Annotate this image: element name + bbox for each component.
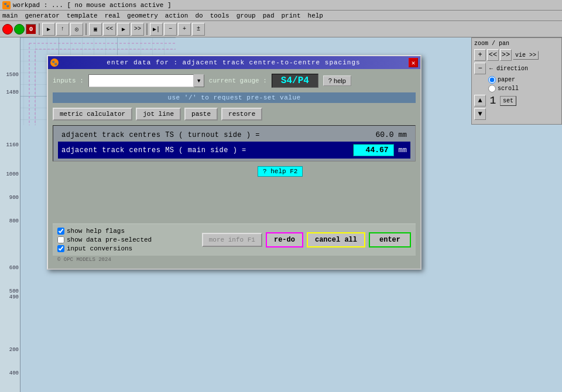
app-title: workpad : ... [ no mouse actions active … xyxy=(13,2,172,9)
ms-label: adjacent track centres MS ( main side ) … xyxy=(61,146,353,154)
plus-btn[interactable]: + xyxy=(178,23,191,36)
menu-template[interactable]: template xyxy=(67,12,98,19)
zoom-minus-btn[interactable]: − xyxy=(474,63,486,74)
ts-value: 60.0 xyxy=(353,130,394,139)
copyright: © OPC MODELS 2024 xyxy=(53,256,416,264)
zoom-panel: zoom / pan + << >> vie >> − ← direction … xyxy=(471,37,562,125)
direction-radio-group: paper scroll xyxy=(488,76,519,92)
checkbox-row-help-flags: show help flags xyxy=(57,228,152,235)
checkbox-show-help-flags[interactable] xyxy=(57,228,64,235)
play-btn[interactable]: ▶ xyxy=(117,23,130,36)
bottom-section: show help flags show data pre-selected i… xyxy=(53,223,416,256)
ms-value: 44.67 xyxy=(353,144,394,156)
view-btn[interactable]: vie >> xyxy=(513,51,539,60)
enter-btn[interactable]: enter xyxy=(369,232,411,247)
cancel-all-btn[interactable]: cancel all xyxy=(307,232,365,247)
zoom-nav-up[interactable]: ▲ xyxy=(474,95,486,106)
checkbox-input-conversions[interactable] xyxy=(57,245,64,252)
metric-calculator-btn[interactable]: metric calculator xyxy=(53,108,132,121)
data-input[interactable] xyxy=(88,74,194,87)
bottom-buttons: more info F1 re-do cancel all enter xyxy=(202,232,411,247)
toolbar-number-indicator: 0 xyxy=(26,24,36,35)
cursor-tool-btn[interactable]: ▶ xyxy=(42,23,55,36)
paste-btn[interactable]: paste xyxy=(184,108,218,121)
redo-btn[interactable]: re-do xyxy=(266,232,303,247)
menu-group[interactable]: group xyxy=(237,12,256,19)
canvas-area: 1500 1480 1160 1000 900 800 600 500 490 … xyxy=(0,37,562,392)
ts-unit: mm xyxy=(399,131,407,139)
menu-generator[interactable]: generator xyxy=(25,12,59,19)
minus-btn[interactable]: − xyxy=(164,23,177,36)
jot-line-btn[interactable]: jot line xyxy=(136,108,181,121)
ruler-tick-200: 200 xyxy=(9,348,19,353)
ruler-tick-1160: 1160 xyxy=(6,143,19,148)
checkbox-show-pre-selected[interactable] xyxy=(57,236,64,243)
ruler-tick-800: 800 xyxy=(9,219,19,224)
data-row-ts: adjacent track centres TS ( turnout side… xyxy=(58,128,410,142)
zoom-nav-right[interactable]: >> xyxy=(500,49,512,61)
more-info-btn[interactable]: more info F1 xyxy=(202,233,262,247)
spacer xyxy=(53,177,416,223)
menu-pad[interactable]: pad xyxy=(263,12,275,19)
zoom-title: zoom / pan xyxy=(474,40,559,47)
adjust-btn[interactable]: ± xyxy=(192,23,205,36)
dialog-content: inputs : ▼ current gauge : S4/P4 ? help … xyxy=(48,69,420,269)
ts-label: adjacent track centres TS ( turnout side… xyxy=(61,131,353,139)
expand-btn[interactable]: ▶| xyxy=(150,23,163,36)
title-bar: 🐾 workpad : ... [ no mouse actions activ… xyxy=(0,0,562,11)
dialog-icon: 🐾 xyxy=(50,59,59,67)
data-row-ms: adjacent track centres MS ( main side ) … xyxy=(58,142,410,159)
data-section: adjacent track centres TS ( turnout side… xyxy=(53,125,416,161)
radio-paper-label: paper xyxy=(498,77,515,83)
action-buttons-row: metric calculator jot line paste restore xyxy=(53,108,416,121)
menu-help[interactable]: help xyxy=(308,12,323,19)
zoom-nav-down[interactable]: ▼ xyxy=(474,108,486,120)
radio-paper[interactable] xyxy=(488,76,496,84)
menu-real[interactable]: real xyxy=(105,12,120,19)
prev-btn[interactable]: << xyxy=(103,23,116,36)
app-icon: 🐾 xyxy=(2,1,11,9)
restore-btn[interactable]: restore xyxy=(221,108,262,121)
input-row: inputs : ▼ current gauge : S4/P4 ? help xyxy=(53,74,416,88)
target-tool-btn[interactable]: ◎ xyxy=(70,23,83,36)
checkbox-row-conversions: input conversions xyxy=(57,245,152,252)
direction-label: ← direction xyxy=(489,66,528,72)
menu-print[interactable]: print xyxy=(282,12,301,19)
ruler-tick-600: 600 xyxy=(9,266,19,271)
menu-action[interactable]: action xyxy=(165,12,189,19)
zoom-nav-left[interactable]: << xyxy=(487,49,499,61)
radio-scroll-label: scroll xyxy=(498,85,519,92)
radio-scroll[interactable] xyxy=(488,85,496,92)
dialog: 🐾 enter data for : adjacent track centre… xyxy=(47,55,422,270)
ruler-left: 1500 1480 1160 1000 900 800 600 500 490 … xyxy=(0,37,20,392)
ruler-tick-400: 400 xyxy=(9,371,19,376)
menu-geometry[interactable]: geometry xyxy=(127,12,158,19)
ruler-tick-1000: 1000 xyxy=(6,172,19,177)
checkbox-label-help-flags: show help flags xyxy=(67,228,125,235)
toolbar-separator-3 xyxy=(146,23,148,35)
up-tool-btn[interactable]: ↑ xyxy=(56,23,69,36)
menu-tools[interactable]: tools xyxy=(210,12,229,19)
ruler-tick-490: 490 xyxy=(9,295,19,300)
ruler-tick-900: 900 xyxy=(9,195,19,201)
box-tool-btn[interactable]: ▣ xyxy=(89,23,102,36)
toolbar-red-indicator xyxy=(2,24,13,35)
input-dropdown-btn[interactable]: ▼ xyxy=(194,74,204,87)
gauge-label: current gauge : xyxy=(209,77,267,84)
next-btn[interactable]: >> xyxy=(131,23,144,36)
inputs-label: inputs : xyxy=(53,77,84,84)
toolbar-separator-2 xyxy=(85,23,87,35)
ruler-tick-1500: 1500 xyxy=(6,73,19,78)
checkbox-label-conversions: input conversions xyxy=(67,245,132,252)
zoom-plus-btn[interactable]: + xyxy=(474,49,486,61)
dialog-close-btn[interactable]: ✕ xyxy=(409,58,418,67)
ruler-tick-1480: 1480 xyxy=(6,90,19,95)
set-btn[interactable]: set xyxy=(500,96,516,106)
ruler-tick-500: 500 xyxy=(9,289,19,294)
menu-main[interactable]: main xyxy=(2,12,18,19)
help-btn[interactable]: ? help xyxy=(323,75,351,86)
toolbar: 0 ▶ ↑ ◎ ▣ << ▶ >> ▶| − + ± xyxy=(0,21,562,37)
menu-do[interactable]: do xyxy=(195,12,203,19)
info-strip: use '/' to request pre-set value xyxy=(53,92,416,103)
toolbar-separator-1 xyxy=(39,23,40,35)
